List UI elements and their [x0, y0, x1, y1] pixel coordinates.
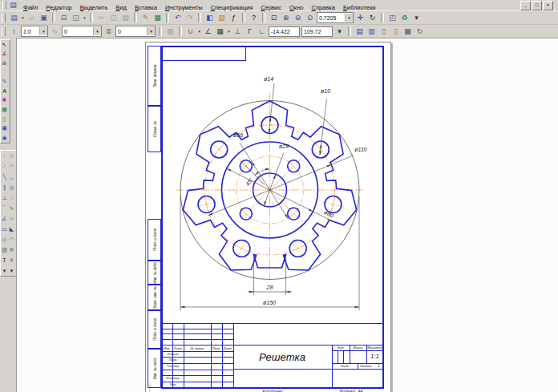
chevron-down-icon[interactable]: ▾	[20, 12, 26, 23]
roughness-button[interactable]: ▯	[378, 26, 390, 37]
tech-requirements-button[interactable]: ▥	[366, 26, 378, 37]
title-block-button[interactable]: ▯	[390, 26, 402, 37]
zoom-in-button[interactable]: ⊕	[280, 12, 292, 23]
hatch-panel-button[interactable]: ▦	[1, 105, 8, 115]
selection-panel-button[interactable]: ≣	[1, 59, 8, 68]
arc-tool[interactable]: ◠	[8, 161, 15, 172]
coord-x-input[interactable]: -14.422	[269, 26, 300, 37]
print-button[interactable]: ⊟	[58, 12, 70, 23]
coord-overflow-button[interactable]: ▾	[334, 26, 346, 37]
menu-item-2[interactable]: Редактор	[42, 3, 75, 12]
fillet-tool[interactable]: ◠	[8, 234, 15, 244]
circle-tool[interactable]: ○	[8, 151, 15, 161]
hatch-tool[interactable]: ▨	[1, 244, 8, 255]
coord-y-input[interactable]: 109.72	[301, 26, 333, 37]
angle-snap-button[interactable]: ∠	[202, 26, 214, 37]
layer-settings-button[interactable]: ▧	[164, 26, 176, 37]
zoom-out-button[interactable]: ⊖	[292, 12, 304, 23]
current-layer-icon[interactable]: ≣	[103, 26, 115, 37]
menu-item-8[interactable]: Сервис	[257, 3, 285, 12]
rounding-step-icon[interactable]: ∿	[49, 26, 61, 37]
toolbar-drag-handle[interactable]	[2, 14, 6, 22]
menu-drag-handle[interactable]	[2, 1, 6, 10]
menu-item-6[interactable]: Инструменты	[161, 3, 207, 12]
copy-properties-button[interactable]: ✎	[140, 12, 152, 23]
menu-item-10[interactable]: Справка	[307, 3, 338, 12]
library-panel-button[interactable]: ◉	[1, 133, 8, 143]
geometry-panel-button[interactable]: ✎	[1, 77, 8, 87]
new-sheet-button[interactable]: ▤	[354, 26, 366, 37]
menu-item-11[interactable]: Библиотеки	[339, 3, 380, 12]
chamfer-tool[interactable]: ◣	[8, 224, 15, 234]
menu-item-4[interactable]: Вид	[111, 3, 131, 12]
toolbar-overflow-button[interactable]: ▾	[410, 12, 423, 23]
paste-button[interactable]: ▤	[119, 12, 131, 23]
context-help-button[interactable]: ?	[248, 12, 260, 23]
redo-button[interactable]: ↷	[184, 12, 196, 23]
line-weight-combo[interactable]: 1.0▾	[21, 26, 48, 37]
rounding-step-combo[interactable]: 0▾	[62, 26, 102, 37]
menu-item-7[interactable]: Спецификация	[207, 3, 257, 12]
pointer-tool-button[interactable]: ↖	[1, 40, 8, 50]
layer-combo[interactable]: 0▾	[115, 26, 156, 37]
chevron-down-icon[interactable]: ▾	[147, 27, 155, 35]
chevron-down-icon[interactable]: ▾	[93, 27, 101, 35]
layout-settings-button[interactable]: ▩	[402, 26, 414, 37]
chevron-down-icon[interactable]: ▾	[345, 14, 353, 22]
circle2pt-tool[interactable]: ◎	[8, 182, 15, 192]
print-preview-button[interactable]: ◲	[70, 12, 82, 23]
zoom-scale-combo[interactable]: 0.7205▾	[317, 12, 354, 23]
segment-tool[interactable]: ╲	[1, 172, 8, 182]
save-button[interactable]: ▣	[38, 12, 50, 23]
ortho-mode-button[interactable]: ⊥	[232, 26, 244, 37]
menu-item-9[interactable]: Окно	[285, 3, 307, 12]
refresh-view-button[interactable]: ♻	[398, 12, 410, 23]
tangent-line-tool[interactable]: ⌒	[1, 203, 8, 213]
ellipse-tool[interactable]: ◌	[8, 192, 15, 203]
spline-tool[interactable]: ∿	[8, 203, 15, 213]
rotate-view-button[interactable]: ↻	[366, 12, 378, 23]
minimize-button[interactable]: _	[520, 1, 531, 10]
chevron-down-icon[interactable]: ▾	[39, 27, 47, 35]
corner-mode-button[interactable]: Г	[244, 26, 256, 37]
more-tools[interactable]: ▾	[1, 265, 8, 276]
copy-button[interactable]: ◫	[107, 12, 119, 23]
variables-button[interactable]: ▥	[216, 12, 228, 23]
rebuild-button[interactable]: ↻	[414, 26, 426, 37]
zoom-frame-button[interactable]: ⊡	[268, 12, 280, 23]
document-panel-button[interactable]: ▯	[1, 115, 8, 124]
expressions-button[interactable]: ƒ	[228, 12, 240, 23]
view-panel-button[interactable]: ▣	[1, 123, 8, 133]
perpendicular-tool[interactable]: ⊥	[1, 192, 8, 203]
line-weight-icon[interactable]: ↕	[8, 26, 20, 37]
chevron-down-icon[interactable]: ▾	[82, 12, 87, 23]
snap-magnet-button[interactable]: ∪	[184, 26, 196, 37]
parallel-line-tool[interactable]: ∥	[1, 182, 8, 192]
toolbar-drag-handle[interactable]	[2, 27, 6, 36]
close-button[interactable]: ×	[543, 1, 553, 10]
equidistant-tool[interactable]: ≋	[8, 244, 15, 255]
parametrics-panel-button[interactable]: ✱	[1, 96, 8, 106]
curve-tool[interactable]: ≈	[8, 213, 15, 224]
rectangle-tool[interactable]: ▭	[1, 224, 8, 234]
drawing-canvas[interactable]: ø14ø10ø56ø28ø110ø8045°28ø150 Изм.Лист№ д…	[16, 38, 558, 392]
open-folder-button[interactable]: ▱	[26, 12, 38, 23]
bisector-tool[interactable]: ∠	[1, 213, 8, 224]
text-panel-button[interactable]: A	[1, 87, 8, 96]
measure-panel-button[interactable]: ∡	[1, 50, 8, 59]
cut-button[interactable]: ✂	[95, 12, 107, 23]
menu-item-1[interactable]: Файл	[19, 3, 42, 12]
zoom-area-button[interactable]: ⊙	[304, 12, 316, 23]
collect-contour-tool[interactable]: #	[8, 255, 15, 265]
polygon-tool[interactable]: ◇	[1, 234, 8, 244]
point-tool[interactable]: ·	[1, 151, 8, 161]
show-sheet-button[interactable]: ◰	[386, 12, 398, 23]
restore-button[interactable]: □	[532, 1, 542, 10]
pan-button[interactable]: ✛	[354, 12, 366, 23]
more-tools[interactable]: ▾	[8, 265, 15, 276]
chevron-down-icon[interactable]: ▾	[226, 26, 232, 37]
chevron-down-icon[interactable]: ▾	[196, 26, 202, 37]
document-manager-button[interactable]: ◧	[204, 12, 216, 23]
menu-item-5[interactable]: Вставка	[131, 3, 161, 12]
new-document-button[interactable]: ▤	[8, 12, 20, 23]
